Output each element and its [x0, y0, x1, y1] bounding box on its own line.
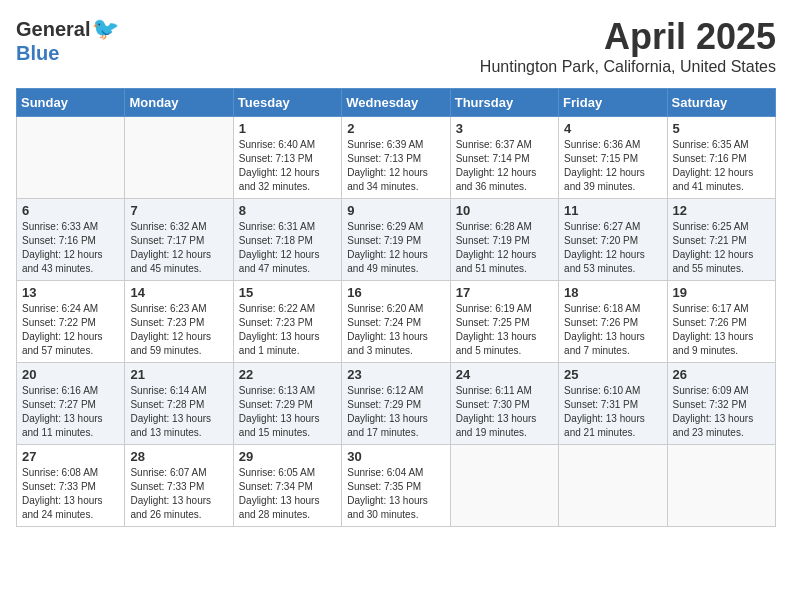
- day-number: 30: [347, 449, 444, 464]
- calendar-day-cell: 29Sunrise: 6:05 AM Sunset: 7:34 PM Dayli…: [233, 445, 341, 527]
- page-header: General 🐦 Blue April 2025 Huntington Par…: [16, 16, 776, 76]
- day-info: Sunrise: 6:32 AM Sunset: 7:17 PM Dayligh…: [130, 220, 227, 276]
- day-number: 26: [673, 367, 770, 382]
- calendar-day-cell: 1Sunrise: 6:40 AM Sunset: 7:13 PM Daylig…: [233, 117, 341, 199]
- calendar-day-cell: 28Sunrise: 6:07 AM Sunset: 7:33 PM Dayli…: [125, 445, 233, 527]
- day-info: Sunrise: 6:09 AM Sunset: 7:32 PM Dayligh…: [673, 384, 770, 440]
- day-header-saturday: Saturday: [667, 89, 775, 117]
- logo: General 🐦 Blue: [16, 16, 119, 65]
- calendar-day-cell: 15Sunrise: 6:22 AM Sunset: 7:23 PM Dayli…: [233, 281, 341, 363]
- calendar-day-cell: 7Sunrise: 6:32 AM Sunset: 7:17 PM Daylig…: [125, 199, 233, 281]
- day-info: Sunrise: 6:37 AM Sunset: 7:14 PM Dayligh…: [456, 138, 553, 194]
- calendar-week-row: 6Sunrise: 6:33 AM Sunset: 7:16 PM Daylig…: [17, 199, 776, 281]
- calendar-day-cell: [17, 117, 125, 199]
- day-header-friday: Friday: [559, 89, 667, 117]
- day-number: 18: [564, 285, 661, 300]
- day-info: Sunrise: 6:11 AM Sunset: 7:30 PM Dayligh…: [456, 384, 553, 440]
- day-info: Sunrise: 6:36 AM Sunset: 7:15 PM Dayligh…: [564, 138, 661, 194]
- calendar-day-cell: 27Sunrise: 6:08 AM Sunset: 7:33 PM Dayli…: [17, 445, 125, 527]
- calendar-day-cell: [125, 117, 233, 199]
- day-number: 19: [673, 285, 770, 300]
- day-info: Sunrise: 6:24 AM Sunset: 7:22 PM Dayligh…: [22, 302, 119, 358]
- day-info: Sunrise: 6:10 AM Sunset: 7:31 PM Dayligh…: [564, 384, 661, 440]
- calendar-day-cell: 6Sunrise: 6:33 AM Sunset: 7:16 PM Daylig…: [17, 199, 125, 281]
- day-info: Sunrise: 6:40 AM Sunset: 7:13 PM Dayligh…: [239, 138, 336, 194]
- day-number: 9: [347, 203, 444, 218]
- day-number: 15: [239, 285, 336, 300]
- month-title: April 2025: [480, 16, 776, 58]
- day-number: 2: [347, 121, 444, 136]
- calendar-day-cell: 5Sunrise: 6:35 AM Sunset: 7:16 PM Daylig…: [667, 117, 775, 199]
- calendar-day-cell: [667, 445, 775, 527]
- calendar-day-cell: 13Sunrise: 6:24 AM Sunset: 7:22 PM Dayli…: [17, 281, 125, 363]
- day-number: 27: [22, 449, 119, 464]
- calendar-day-cell: [450, 445, 558, 527]
- calendar-day-cell: 23Sunrise: 6:12 AM Sunset: 7:29 PM Dayli…: [342, 363, 450, 445]
- calendar-day-cell: [559, 445, 667, 527]
- day-info: Sunrise: 6:13 AM Sunset: 7:29 PM Dayligh…: [239, 384, 336, 440]
- calendar-day-cell: 11Sunrise: 6:27 AM Sunset: 7:20 PM Dayli…: [559, 199, 667, 281]
- calendar-header-row: SundayMondayTuesdayWednesdayThursdayFrid…: [17, 89, 776, 117]
- day-header-tuesday: Tuesday: [233, 89, 341, 117]
- location-title: Huntington Park, California, United Stat…: [480, 58, 776, 76]
- day-info: Sunrise: 6:25 AM Sunset: 7:21 PM Dayligh…: [673, 220, 770, 276]
- calendar-day-cell: 4Sunrise: 6:36 AM Sunset: 7:15 PM Daylig…: [559, 117, 667, 199]
- day-info: Sunrise: 6:20 AM Sunset: 7:24 PM Dayligh…: [347, 302, 444, 358]
- day-number: 23: [347, 367, 444, 382]
- day-info: Sunrise: 6:33 AM Sunset: 7:16 PM Dayligh…: [22, 220, 119, 276]
- calendar-day-cell: 12Sunrise: 6:25 AM Sunset: 7:21 PM Dayli…: [667, 199, 775, 281]
- day-number: 17: [456, 285, 553, 300]
- day-info: Sunrise: 6:31 AM Sunset: 7:18 PM Dayligh…: [239, 220, 336, 276]
- calendar-week-row: 1Sunrise: 6:40 AM Sunset: 7:13 PM Daylig…: [17, 117, 776, 199]
- day-number: 11: [564, 203, 661, 218]
- calendar-week-row: 27Sunrise: 6:08 AM Sunset: 7:33 PM Dayli…: [17, 445, 776, 527]
- day-info: Sunrise: 6:27 AM Sunset: 7:20 PM Dayligh…: [564, 220, 661, 276]
- calendar-day-cell: 14Sunrise: 6:23 AM Sunset: 7:23 PM Dayli…: [125, 281, 233, 363]
- day-info: Sunrise: 6:17 AM Sunset: 7:26 PM Dayligh…: [673, 302, 770, 358]
- day-number: 7: [130, 203, 227, 218]
- day-info: Sunrise: 6:08 AM Sunset: 7:33 PM Dayligh…: [22, 466, 119, 522]
- day-number: 3: [456, 121, 553, 136]
- calendar-day-cell: 9Sunrise: 6:29 AM Sunset: 7:19 PM Daylig…: [342, 199, 450, 281]
- calendar-day-cell: 22Sunrise: 6:13 AM Sunset: 7:29 PM Dayli…: [233, 363, 341, 445]
- day-number: 20: [22, 367, 119, 382]
- day-number: 14: [130, 285, 227, 300]
- day-number: 13: [22, 285, 119, 300]
- calendar-week-row: 20Sunrise: 6:16 AM Sunset: 7:27 PM Dayli…: [17, 363, 776, 445]
- day-info: Sunrise: 6:07 AM Sunset: 7:33 PM Dayligh…: [130, 466, 227, 522]
- logo-bird-icon: 🐦: [92, 16, 119, 42]
- calendar-day-cell: 30Sunrise: 6:04 AM Sunset: 7:35 PM Dayli…: [342, 445, 450, 527]
- day-header-thursday: Thursday: [450, 89, 558, 117]
- day-number: 5: [673, 121, 770, 136]
- day-number: 22: [239, 367, 336, 382]
- day-header-monday: Monday: [125, 89, 233, 117]
- day-number: 12: [673, 203, 770, 218]
- day-number: 28: [130, 449, 227, 464]
- day-info: Sunrise: 6:28 AM Sunset: 7:19 PM Dayligh…: [456, 220, 553, 276]
- day-info: Sunrise: 6:23 AM Sunset: 7:23 PM Dayligh…: [130, 302, 227, 358]
- day-number: 8: [239, 203, 336, 218]
- day-number: 16: [347, 285, 444, 300]
- day-info: Sunrise: 6:35 AM Sunset: 7:16 PM Dayligh…: [673, 138, 770, 194]
- calendar-day-cell: 2Sunrise: 6:39 AM Sunset: 7:13 PM Daylig…: [342, 117, 450, 199]
- day-info: Sunrise: 6:14 AM Sunset: 7:28 PM Dayligh…: [130, 384, 227, 440]
- title-block: April 2025 Huntington Park, California, …: [480, 16, 776, 76]
- day-info: Sunrise: 6:16 AM Sunset: 7:27 PM Dayligh…: [22, 384, 119, 440]
- calendar-day-cell: 8Sunrise: 6:31 AM Sunset: 7:18 PM Daylig…: [233, 199, 341, 281]
- calendar-day-cell: 16Sunrise: 6:20 AM Sunset: 7:24 PM Dayli…: [342, 281, 450, 363]
- calendar-day-cell: 18Sunrise: 6:18 AM Sunset: 7:26 PM Dayli…: [559, 281, 667, 363]
- logo-blue-text: Blue: [16, 42, 59, 65]
- day-info: Sunrise: 6:12 AM Sunset: 7:29 PM Dayligh…: [347, 384, 444, 440]
- day-header-sunday: Sunday: [17, 89, 125, 117]
- day-info: Sunrise: 6:22 AM Sunset: 7:23 PM Dayligh…: [239, 302, 336, 358]
- day-info: Sunrise: 6:18 AM Sunset: 7:26 PM Dayligh…: [564, 302, 661, 358]
- day-number: 4: [564, 121, 661, 136]
- day-number: 29: [239, 449, 336, 464]
- day-info: Sunrise: 6:29 AM Sunset: 7:19 PM Dayligh…: [347, 220, 444, 276]
- day-number: 24: [456, 367, 553, 382]
- calendar-day-cell: 19Sunrise: 6:17 AM Sunset: 7:26 PM Dayli…: [667, 281, 775, 363]
- day-info: Sunrise: 6:19 AM Sunset: 7:25 PM Dayligh…: [456, 302, 553, 358]
- calendar-day-cell: 3Sunrise: 6:37 AM Sunset: 7:14 PM Daylig…: [450, 117, 558, 199]
- day-number: 1: [239, 121, 336, 136]
- calendar-day-cell: 21Sunrise: 6:14 AM Sunset: 7:28 PM Dayli…: [125, 363, 233, 445]
